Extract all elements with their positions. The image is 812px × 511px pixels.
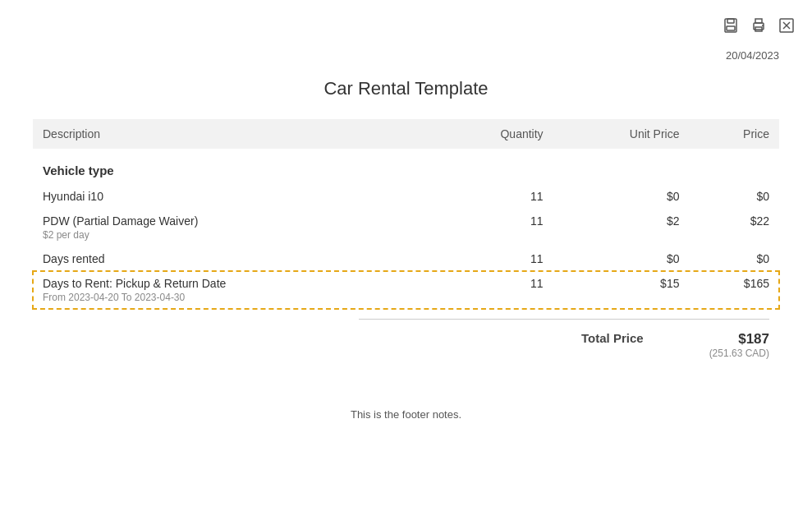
cell-price: $0 <box>689 184 779 209</box>
svg-rect-4 <box>755 19 762 23</box>
cell-description: Days rented <box>33 246 430 271</box>
total-amount: $187 (251.63 CAD) <box>709 331 769 359</box>
cell-price: $165 <box>689 271 779 309</box>
table-row: PDW (Partial Damage Waiver)$2 per day11$… <box>33 209 779 246</box>
table-row: Hyundai i1011$0$0 <box>33 184 779 209</box>
cell-price: $22 <box>689 209 779 246</box>
svg-rect-2 <box>727 26 735 30</box>
document-title: Car Rental Template <box>0 78 812 99</box>
invoice-table: Description Quantity Unit Price Price Ve… <box>33 119 779 309</box>
section-header-row: Vehicle type <box>33 149 779 184</box>
col-header-unit-price: Unit Price <box>553 119 690 149</box>
cell-unit-price: $0 <box>553 246 690 271</box>
cell-sub-note: $2 per day <box>43 229 420 241</box>
col-header-price: Price <box>689 119 779 149</box>
table-row: Days rented11$0$0 <box>33 246 779 271</box>
table-header-row: Description Quantity Unit Price Price <box>33 119 779 149</box>
cell-description: Hyundai i10 <box>33 184 430 209</box>
print-button[interactable] <box>748 15 769 36</box>
cell-quantity: 11 <box>430 209 553 246</box>
col-header-quantity: Quantity <box>430 119 553 149</box>
cell-sub-note: From 2023-04-20 To 2023-04-30 <box>43 292 420 303</box>
cell-quantity: 11 <box>430 271 553 309</box>
table-row: Days to Rent: Pickup & Return DateFrom 2… <box>33 271 779 309</box>
total-label: Total Price <box>581 331 644 345</box>
total-sub-value: (251.63 CAD) <box>709 348 769 359</box>
total-main-value: $187 <box>709 331 769 348</box>
footer-notes: This is the footer notes. <box>0 408 812 445</box>
cell-quantity: 11 <box>430 246 553 271</box>
svg-rect-1 <box>727 19 734 23</box>
svg-point-6 <box>762 25 764 26</box>
col-header-description: Description <box>33 119 430 149</box>
cell-unit-price: $15 <box>553 271 690 309</box>
close-button[interactable] <box>776 15 797 36</box>
cell-unit-price: $0 <box>553 184 690 209</box>
total-section: Total Price $187 (251.63 CAD) <box>33 320 779 359</box>
cell-description: PDW (Partial Damage Waiver)$2 per day <box>33 209 430 246</box>
cell-unit-price: $2 <box>553 209 690 246</box>
toolbar <box>720 15 797 36</box>
document-date: 20/04/2023 <box>0 0 812 62</box>
save-button[interactable] <box>720 15 741 36</box>
cell-quantity: 11 <box>430 184 553 209</box>
cell-description: Days to Rent: Pickup & Return DateFrom 2… <box>33 271 430 309</box>
cell-price: $0 <box>689 246 779 271</box>
